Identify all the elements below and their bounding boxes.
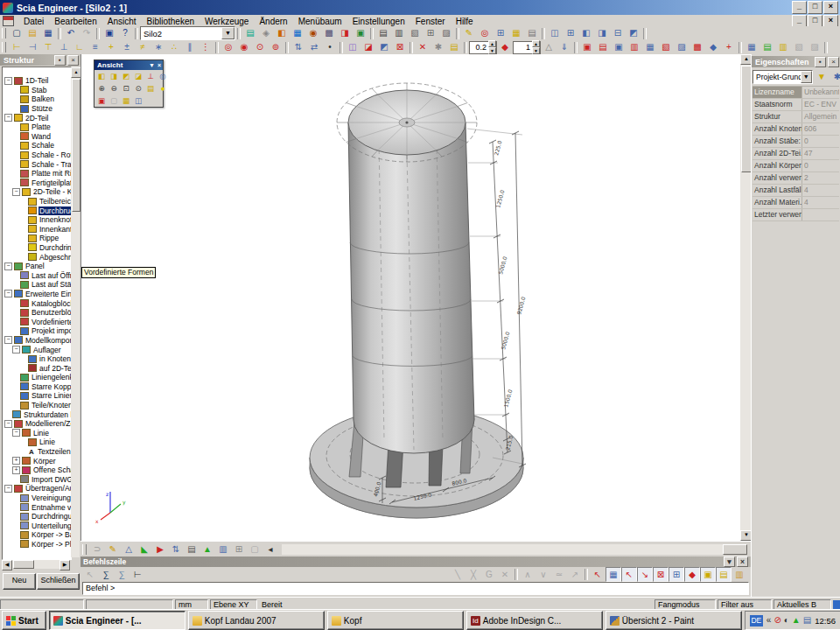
- layout-5-icon[interactable]: ⊟: [610, 26, 626, 41]
- collapse-icon[interactable]: −: [4, 290, 12, 298]
- flag-icon[interactable]: ▶: [152, 542, 168, 557]
- collapse-icon[interactable]: −: [12, 429, 20, 437]
- collapse-icon[interactable]: −: [4, 262, 12, 270]
- axis-toggle-icon[interactable]: ⊢: [130, 567, 145, 582]
- property-row[interactable]: Anzahl verwen..2: [752, 172, 839, 185]
- box-icon[interactable]: ⊠: [392, 40, 408, 55]
- tree-item[interactable]: −2D-Teile - Kompo: [4, 187, 71, 197]
- tool-icon[interactable]: ⋮: [198, 40, 214, 55]
- tree-item[interactable]: Durchdringung vo: [4, 512, 71, 522]
- snap-cursor-icon[interactable]: ↖: [590, 567, 606, 582]
- taskbar-task[interactable]: IdAdobe InDesign C...: [466, 611, 603, 630]
- tree-item[interactable]: Platte mit Rippen: [4, 169, 71, 178]
- tree-item[interactable]: −Panel: [4, 262, 71, 271]
- pin-icon[interactable]: ▪: [54, 55, 66, 66]
- property-row[interactable]: StrukturAllgemein X..: [752, 111, 839, 123]
- materials-icon[interactable]: ▤: [242, 26, 258, 41]
- book-icon[interactable]: ▥: [215, 542, 231, 557]
- measure-icon[interactable]: △: [121, 542, 136, 557]
- sum-icon[interactable]: ∑: [98, 567, 114, 582]
- tree-item[interactable]: −Übertragen/Aufteilen: [4, 484, 71, 494]
- property-row[interactable]: LizenznameUnbekannt: [752, 87, 839, 99]
- print-icon[interactable]: ▤: [375, 26, 391, 41]
- tree-item[interactable]: in Knoten: [4, 354, 71, 364]
- cross-section-icon[interactable]: ◈: [258, 26, 274, 41]
- tree-item[interactable]: Linie: [4, 438, 71, 447]
- layout-3-icon[interactable]: ◧: [578, 26, 594, 41]
- window-icon[interactable]: ▣: [102, 26, 117, 41]
- tree-item[interactable]: ATextzeilen: [4, 447, 71, 457]
- language-indicator[interactable]: DE: [750, 615, 763, 626]
- view-side-icon[interactable]: ◩: [120, 70, 132, 82]
- chevron-down-icon[interactable]: ▼: [149, 62, 155, 68]
- chevron-down-icon[interactable]: ▼: [724, 556, 735, 567]
- tree-item[interactable]: Vordefinierte For: [4, 317, 71, 326]
- taskbar-task[interactable]: Übersicht 2 - Paint: [606, 611, 742, 630]
- tree-item[interactable]: auf 2D-Teil-K: [4, 363, 71, 373]
- spin-down-icon[interactable]: ▼: [488, 47, 496, 54]
- tree-item[interactable]: Entnahme von Kö: [4, 502, 71, 512]
- close-icon[interactable]: ×: [828, 57, 839, 67]
- close-icon[interactable]: ×: [67, 55, 79, 66]
- property-row[interactable]: Letzter verwen...: [752, 209, 839, 221]
- blocked-icon[interactable]: ⊘: [774, 616, 780, 625]
- swap-icon[interactable]: ⇄: [306, 40, 322, 55]
- view-folder-icon[interactable]: ▤: [144, 82, 157, 94]
- grid-small-icon[interactable]: ⊞: [231, 542, 247, 557]
- edit-icon[interactable]: ✎: [461, 26, 477, 41]
- save-view-icon[interactable]: ▦: [744, 40, 760, 55]
- result-icon[interactable]: ▧: [658, 40, 674, 55]
- expand-icon[interactable]: +: [12, 466, 20, 474]
- tree-item[interactable]: −2D-Teil: [4, 113, 71, 122]
- tree-item[interactable]: Teile/Knoten kop: [4, 401, 71, 410]
- document-icon[interactable]: ▧: [407, 26, 423, 41]
- tree-item[interactable]: −Linie: [4, 429, 71, 438]
- zoom-window-icon[interactable]: ⊡: [120, 82, 132, 94]
- print-small-icon[interactable]: ▤: [184, 542, 200, 557]
- levels-icon[interactable]: ▤: [524, 26, 540, 41]
- start-button[interactable]: Start: [2, 611, 46, 630]
- tool-icon[interactable]: ⊤: [40, 40, 56, 55]
- tree-item[interactable]: Starre Linienkopp: [4, 391, 71, 401]
- window-purple-icon[interactable]: ◫: [345, 40, 360, 55]
- result-icon[interactable]: ▥: [626, 40, 642, 55]
- collapse-icon[interactable]: −: [12, 188, 20, 196]
- sum-small-icon[interactable]: ∑: [114, 567, 130, 582]
- tree-item[interactable]: Last auf Öffnungs: [4, 270, 71, 280]
- view-front-icon[interactable]: ◨: [108, 70, 120, 82]
- delete-icon[interactable]: ✕: [415, 40, 430, 55]
- view-top-icon[interactable]: ◧: [95, 70, 108, 82]
- spin-down-icon[interactable]: ▼: [532, 47, 540, 54]
- move-icon[interactable]: +: [721, 40, 737, 55]
- save-icon[interactable]: ▦: [40, 26, 56, 41]
- property-row[interactable]: Anzahl Lastfäll..4: [752, 185, 839, 197]
- close-panel-button[interactable]: Schließen: [37, 573, 80, 590]
- display-icon[interactable]: ▤: [803, 616, 811, 625]
- tree-item[interactable]: Körper -> Platte/V: [4, 540, 71, 550]
- expand-icon[interactable]: +: [12, 457, 20, 465]
- tree-item[interactable]: +Offene Schale: [4, 466, 71, 475]
- tree-item[interactable]: Innenknoten: [4, 215, 71, 225]
- clip-icon[interactable]: ◪: [360, 40, 376, 55]
- tool-icon[interactable]: ≡: [88, 40, 103, 55]
- tree-item[interactable]: Katalogblöcke: [4, 298, 71, 308]
- collapse-icon[interactable]: −: [4, 114, 12, 122]
- snap-intersect-icon[interactable]: ⊞: [668, 567, 684, 582]
- snap-mid-icon[interactable]: ⊠: [653, 567, 668, 582]
- toolbar-grip[interactable]: [2, 28, 6, 38]
- view-axis-icon[interactable]: ⊥: [144, 70, 157, 82]
- taskbar-task[interactable]: Scia Engineer - [...: [49, 611, 186, 630]
- actions-icon[interactable]: ✱: [830, 69, 840, 84]
- toolbar-grip[interactable]: [2, 42, 6, 52]
- tree-item[interactable]: Liniengelenk auf: [4, 373, 71, 382]
- layout-4-icon[interactable]: ◨: [594, 26, 610, 41]
- chevron-down-icon[interactable]: ▼: [801, 71, 812, 83]
- clip-box-icon[interactable]: ▣: [95, 94, 108, 107]
- minimize-button[interactable]: _: [792, 1, 807, 14]
- spin-up-icon[interactable]: ▲: [532, 40, 540, 47]
- copy-icon[interactable]: ⊞: [423, 26, 438, 41]
- result-icon[interactable]: ▦: [642, 40, 658, 55]
- edit-pencil-icon[interactable]: ✎: [105, 542, 121, 557]
- load-cases-icon[interactable]: ▦: [290, 26, 305, 41]
- tool-icon[interactable]: ⊢: [9, 40, 24, 55]
